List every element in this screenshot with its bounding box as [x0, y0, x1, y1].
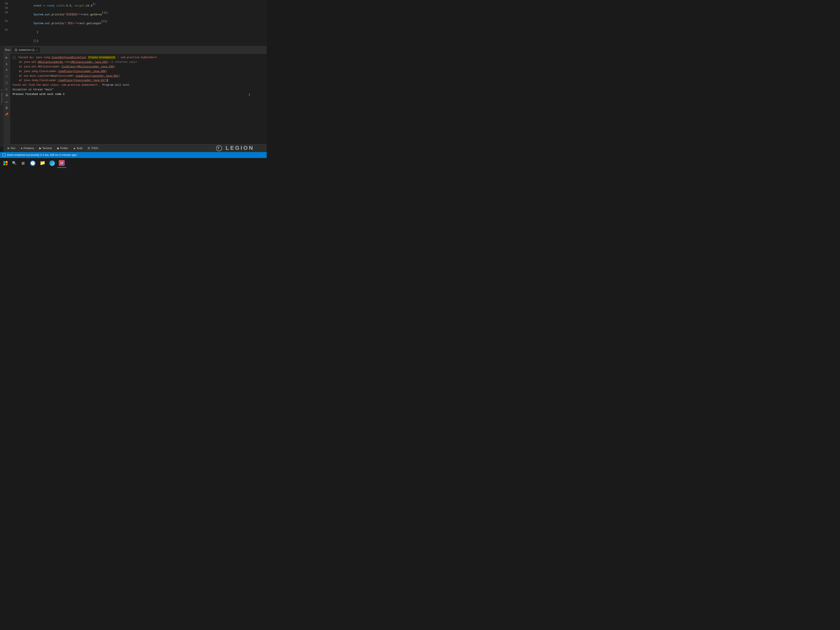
collapse-icon[interactable]: ▾ — [33, 40, 36, 42]
error-line-6: at java.lang.ClassLoader.loadClass(Class… — [13, 78, 264, 83]
text-cursor: I — [249, 92, 250, 98]
profiler-label: Profiler — [60, 147, 68, 150]
layers-button[interactable]: ⚌ — [4, 99, 9, 104]
favorites-label: * Favorites — [1, 92, 3, 105]
error-line-1: + Caused by: java.lang.ClassNotFoundExce… — [13, 55, 264, 60]
run-header: Run: bubbleSort (1) × — [3, 46, 267, 54]
expand-icon[interactable]: + — [13, 56, 16, 59]
run-label-btn: Run — [11, 147, 15, 150]
close-tab-button[interactable]: × — [36, 48, 38, 52]
console-line-9: Process finished with exit code 1 — [13, 92, 264, 97]
folder-icon: 📁 — [40, 160, 45, 166]
status-text: Build completed successfully in 4 sec, 6… — [7, 153, 77, 156]
problems-label: Problems — [24, 147, 34, 150]
error-line-5: at sun.misc.Launcher$AppClassLoader.load… — [13, 74, 264, 79]
jetbrains-icon: IJ — [59, 160, 65, 166]
todo-label: TODO — [91, 147, 98, 150]
code-editor-content[interactable]: A rect = new A( width: 6.5, height: 10.8… — [11, 0, 267, 46]
sort-button[interactable]: ⇅ — [4, 87, 9, 92]
scroll-down-button[interactable]: ▼ — [4, 68, 9, 73]
run-button[interactable]: Run — [5, 146, 18, 151]
folder-button[interactable]: 📁 — [38, 159, 47, 168]
error-line-2: at java.net.URLClassLoader$1.run(URLClas… — [13, 60, 264, 65]
jetbrains-button[interactable]: IJ — [57, 159, 66, 168]
filter-button[interactable]: ☷ — [4, 80, 9, 85]
run-label: Run: — [5, 48, 11, 51]
legion-brand: LEGION — [216, 145, 254, 151]
star-icon[interactable]: ★ — [1, 88, 2, 92]
status-checkbox — [3, 153, 5, 156]
problems-button[interactable]: ● Problems — [19, 146, 36, 151]
tab-icon — [14, 49, 17, 51]
clock-icon: 🕐 — [30, 160, 35, 166]
windows-logo — [3, 161, 8, 165]
build-label: Build — [77, 147, 82, 150]
taskbar: 🔍 ▤ 🕐 📁 IJ — [0, 158, 267, 168]
build-button[interactable]: ▲ Build — [71, 146, 85, 151]
problems-icon: ● — [21, 147, 22, 150]
taskview-icon: ▤ — [22, 160, 24, 166]
pin-button[interactable]: 📌 — [4, 112, 9, 117]
console-output[interactable]: + Caused by: java.lang.ClassNotFoundExce… — [10, 54, 267, 144]
edge-icon — [49, 160, 55, 166]
line-numbers: 48 49 50 51 52 — [0, 0, 11, 46]
profiler-button[interactable]: ◆ Profiler — [55, 146, 70, 151]
tab-name: bubbleSort (1) — [19, 49, 35, 51]
terminal-button[interactable]: ▶ Terminal — [37, 146, 54, 151]
build-icon: ▲ — [73, 147, 76, 150]
search-icon: 🔍 — [12, 161, 17, 166]
clock-app-button[interactable]: 🕐 — [28, 159, 37, 168]
console-area: ▶ ▲ ▼ ≡ ☷ ⇅ 🖶 ⚌ 🗑 📌 + Caused by: java.la… — [3, 54, 267, 144]
status-bar: Build completed successfully in 4 sec, 6… — [0, 152, 267, 158]
play-button[interactable]: ▶ — [4, 55, 9, 60]
error-line-3: at java.net.URLClassLoader.findClass(URL… — [13, 65, 264, 69]
run-tab[interactable]: bubbleSort (1) × — [13, 47, 40, 52]
error-line-7: Could not find the main class: com.pract… — [13, 83, 264, 88]
windows-start-button[interactable] — [1, 159, 10, 168]
profiler-icon: ◆ — [57, 147, 59, 150]
run-sidebar: ▶ ▲ ▼ ≡ ☷ ⇅ 🖶 ⚌ 🗑 📌 — [3, 54, 10, 144]
print-button[interactable]: 🖶 — [4, 93, 9, 98]
legion-logo — [216, 145, 222, 151]
search-button[interactable]: 🔍 — [11, 159, 18, 167]
todo-icon: ☰ — [88, 147, 90, 150]
terminal-label: Terminal — [43, 147, 52, 150]
play-icon — [8, 147, 9, 150]
brand-text: LEGION — [226, 145, 254, 151]
todo-button[interactable]: ☰ TODO — [85, 146, 100, 151]
error-line-4: at java.lang.ClassLoader.loadClass(Class… — [13, 69, 264, 74]
edge-button[interactable] — [47, 159, 57, 168]
console-line-8: Exception in thread "main" — [13, 88, 264, 92]
task-view-button[interactable]: ▤ — [19, 159, 28, 168]
delete-button[interactable]: 🗑 — [4, 106, 9, 111]
favorites-bar: ★ * Favorites — [0, 46, 3, 147]
format-button[interactable]: ≡ — [4, 74, 9, 79]
scroll-up-button[interactable]: ▲ — [4, 61, 9, 66]
terminal-icon: ▶ — [39, 147, 41, 150]
